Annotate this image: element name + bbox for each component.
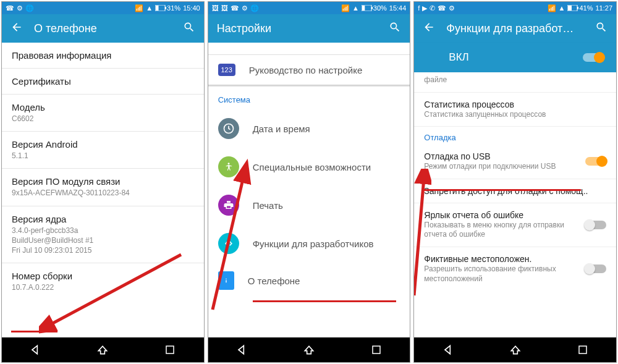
- developer-options-item[interactable]: Функции для разработчиков: [208, 224, 410, 263]
- nav-back-button[interactable]: [20, 341, 51, 358]
- setup-guide-item[interactable]: 123 Руководство по настройке: [208, 55, 410, 85]
- print-icon: [218, 195, 239, 216]
- svg-rect-6: [371, 7, 373, 9]
- status-bar: 🖼 🖼 ☎ ⚙ 🌐 📶 ▲ 30% 15:44: [208, 2, 410, 14]
- mock-locations-switch[interactable]: [585, 265, 606, 273]
- about-list: Правовая информация Сертификаты МодельC6…: [2, 43, 204, 337]
- legal-info-item[interactable]: Правовая информация: [2, 43, 204, 69]
- search-icon[interactable]: [183, 21, 195, 36]
- master-toggle-switch[interactable]: [583, 53, 604, 62]
- clock-text: 11:27: [595, 4, 612, 12]
- nav-home-button[interactable]: [294, 341, 324, 358]
- master-toggle-label: ВКЛ: [449, 51, 468, 64]
- globe-icon: 🌐: [250, 4, 259, 12]
- phone-panel-3: f ▶ ✆ ☎ ⚙ 📶 ▲ 41% 11:27 Функции для разр…: [413, 1, 617, 363]
- svg-rect-16: [579, 346, 586, 353]
- debug-section-header: Отладка: [414, 127, 616, 145]
- cell-icon: ▲: [559, 4, 565, 12]
- usb-debugging-item[interactable]: Отладка по USBРежим отладки при подключе…: [414, 145, 616, 179]
- bug-report-shortcut-item[interactable]: Ярлык отчета об ошибкеПоказывать в меню …: [414, 203, 616, 247]
- phone-panel-2: 🖼 🖼 ☎ ⚙ 🌐 📶 ▲ 30% 15:44 Настройки 123 Ру…: [208, 1, 411, 363]
- mock-locations-item[interactable]: Фиктивные местоположен.Разрешить использ…: [414, 247, 616, 290]
- globe-icon: 🌐: [25, 4, 34, 12]
- nav-recent-button[interactable]: [361, 341, 392, 358]
- svg-rect-4: [166, 346, 174, 353]
- setup-guide-icon: 123: [218, 64, 235, 76]
- date-time-item[interactable]: Дата и время: [208, 109, 410, 148]
- cell-icon: ▲: [146, 4, 153, 12]
- svg-rect-1: [165, 7, 166, 9]
- nav-back-button[interactable]: [226, 341, 257, 358]
- partial-item[interactable]: файле: [414, 72, 616, 93]
- highlight-underline: [423, 189, 581, 191]
- about-phone-item[interactable]: О телефоне: [208, 263, 410, 298]
- facebook-icon: f: [418, 4, 420, 12]
- build-number-item[interactable]: Номер сборки10.7.A.0.222: [2, 263, 204, 300]
- nav-recent-button[interactable]: [567, 341, 598, 358]
- page-title: Функции для разработ…: [446, 22, 584, 35]
- signal-icon: 📶: [341, 4, 350, 12]
- back-icon[interactable]: [11, 21, 23, 36]
- svg-point-9: [227, 163, 229, 164]
- gear-icon: ⚙: [242, 4, 248, 12]
- svg-rect-7: [362, 6, 365, 11]
- clock-text: 15:40: [183, 4, 200, 12]
- cell-icon: ▲: [352, 4, 359, 12]
- accessibility-icon: [218, 156, 239, 177]
- certificates-item[interactable]: Сертификаты: [2, 69, 204, 95]
- gear-icon: ⚙: [17, 4, 23, 12]
- kernel-item[interactable]: Версия ядра3.4.0-perf-gbccb33a BuildUser…: [2, 206, 204, 264]
- status-bar: f ▶ ✆ ☎ ⚙ 📶 ▲ 41% 11:27: [414, 2, 616, 14]
- search-icon[interactable]: [595, 21, 607, 36]
- info-icon: [218, 271, 234, 290]
- status-bar: ☎ ⚙ 🌐 📶 ▲ 31% 15:40: [2, 2, 204, 14]
- search-icon[interactable]: [389, 21, 401, 36]
- signal-icon: 📶: [548, 4, 556, 12]
- nav-bar: [2, 337, 204, 362]
- model-item[interactable]: МодельC6602: [2, 95, 204, 132]
- usb-debugging-switch[interactable]: [585, 157, 606, 166]
- highlight-underline: [253, 300, 396, 302]
- print-item[interactable]: Печать: [208, 186, 410, 224]
- gear-icon: ⚙: [449, 4, 455, 12]
- app-bar: Настройки: [208, 14, 410, 43]
- phone-icon: ☎: [231, 4, 239, 12]
- system-section-header: Система: [208, 87, 410, 109]
- developer-options-list: файле Статистика процессовСтатистика зап…: [414, 72, 616, 337]
- phone-icon: ☎: [438, 4, 446, 12]
- signal-icon: 📶: [135, 4, 143, 12]
- app-bar: О телефоне: [2, 14, 204, 43]
- bug-report-switch[interactable]: [585, 221, 606, 229]
- process-stats-item[interactable]: Статистика процессовСтатистика запущенны…: [414, 93, 616, 127]
- baseband-item[interactable]: Версия ПО модуля связи9x15A-ACEFWMAZQ-30…: [2, 169, 204, 206]
- svg-rect-2: [156, 6, 159, 11]
- nav-home-button[interactable]: [500, 341, 531, 358]
- svg-rect-13: [577, 7, 578, 9]
- nav-bar: [414, 337, 616, 362]
- nav-recent-button[interactable]: [154, 341, 185, 358]
- app-bar: Функции для разработ…: [414, 14, 616, 43]
- back-icon[interactable]: [423, 21, 435, 36]
- nav-bar: [208, 337, 410, 362]
- revoke-debug-auth-item[interactable]: Запретить доступ для отладки с помощ..: [414, 179, 616, 203]
- master-toggle-bar: ВКЛ: [414, 43, 616, 72]
- page-title: О телефоне: [34, 22, 172, 35]
- clock-icon: [218, 118, 239, 139]
- accessibility-item[interactable]: Специальные возможности: [208, 148, 410, 186]
- settings-list: 123 Руководство по настройке Система Дат…: [208, 43, 410, 337]
- battery-indicator: 31%: [155, 4, 180, 12]
- phone-panel-1: ☎ ⚙ 🌐 📶 ▲ 31% 15:40 О телефоне Правовая …: [1, 1, 205, 363]
- image-icon: 🖼: [221, 4, 228, 12]
- svg-rect-11: [373, 346, 380, 353]
- page-title: Настройки: [217, 22, 378, 35]
- svg-rect-14: [568, 6, 572, 11]
- highlight-underline: [11, 331, 57, 332]
- phone-icon: ☎: [6, 4, 14, 12]
- battery-indicator: 30%: [362, 4, 387, 12]
- android-version-item[interactable]: Версия Android5.1.1: [2, 132, 204, 169]
- youtube-icon: ▶: [422, 4, 427, 12]
- nav-home-button[interactable]: [87, 341, 118, 358]
- image-icon: 🖼: [212, 4, 219, 12]
- viber-icon: ✆: [430, 4, 435, 12]
- nav-back-button[interactable]: [433, 341, 464, 358]
